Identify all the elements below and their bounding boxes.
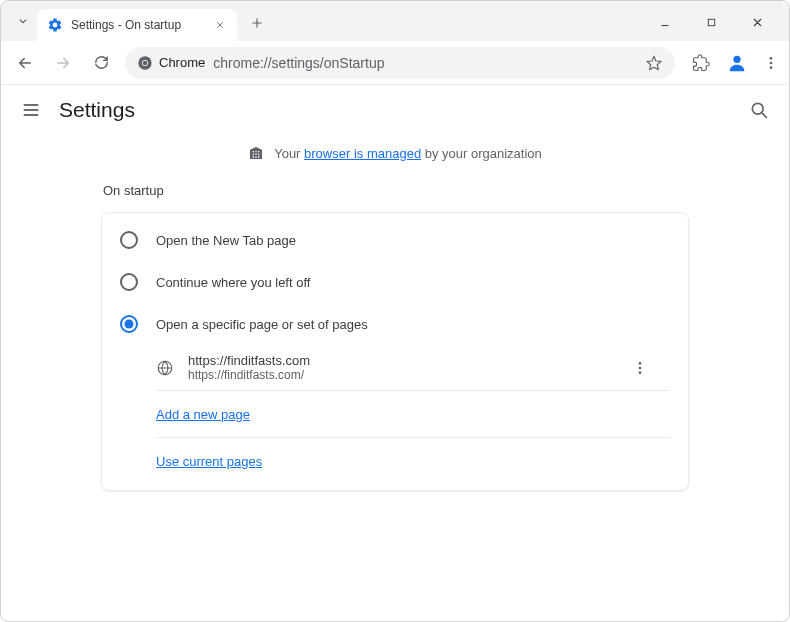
person-icon: [726, 52, 748, 74]
svg-point-6: [770, 61, 773, 64]
hamburger-icon: [21, 100, 41, 120]
use-current-row: Use current pages: [156, 438, 670, 484]
arrow-right-icon: [54, 54, 72, 72]
search-icon: [749, 100, 769, 120]
toolbar-actions: [685, 51, 779, 75]
settings-menu-button[interactable]: [21, 100, 41, 120]
tab-title: Settings - On startup: [71, 18, 205, 32]
page-url: https://finditfasts.com/: [188, 368, 614, 382]
browser-menu-button[interactable]: [763, 55, 779, 71]
more-vertical-icon: [763, 55, 779, 71]
close-icon: [751, 16, 764, 29]
page-name: https://finditfasts.com: [188, 353, 614, 368]
page-info: https://finditfasts.com https://finditfa…: [188, 353, 614, 382]
option-label: Open the New Tab page: [156, 233, 296, 248]
globe-icon: [156, 359, 174, 377]
settings-header: Settings: [1, 85, 789, 135]
svg-point-8: [752, 103, 763, 114]
svg-rect-0: [708, 19, 714, 25]
svg-point-7: [770, 66, 773, 69]
svg-point-11: [639, 366, 642, 369]
more-vertical-icon: [632, 360, 648, 376]
section-title: On startup: [101, 177, 689, 212]
svg-point-3: [143, 60, 148, 65]
svg-point-4: [733, 55, 740, 62]
page-title: Settings: [59, 98, 135, 122]
add-page-link[interactable]: Add a new page: [156, 407, 250, 422]
radio-button[interactable]: [120, 273, 138, 291]
option-specific-pages[interactable]: Open a specific page or set of pages: [102, 303, 688, 345]
window-titlebar: Settings - On startup: [1, 1, 789, 41]
svg-point-5: [770, 57, 773, 60]
option-new-tab[interactable]: Open the New Tab page: [102, 219, 688, 261]
browser-toolbar: Chrome chrome://settings/onStartup: [1, 41, 789, 85]
back-button[interactable]: [11, 49, 39, 77]
tab-strip: Settings - On startup: [9, 2, 271, 41]
managed-banner: Your browser is managed by your organiza…: [1, 135, 789, 177]
settings-content: On startup Open the New Tab page Continu…: [1, 177, 789, 491]
tab-search-button[interactable]: [9, 7, 37, 35]
chrome-icon: [137, 55, 153, 71]
option-label: Continue where you left off: [156, 275, 310, 290]
radio-button[interactable]: [120, 315, 138, 333]
minimize-button[interactable]: [651, 8, 679, 36]
managed-text: Your browser is managed by your organiza…: [274, 146, 542, 161]
profile-button[interactable]: [725, 51, 749, 75]
extensions-button[interactable]: [691, 53, 711, 73]
arrow-left-icon: [16, 54, 34, 72]
close-icon: [215, 20, 225, 30]
building-icon: [248, 145, 264, 161]
managed-link[interactable]: browser is managed: [304, 146, 421, 161]
close-window-button[interactable]: [743, 8, 771, 36]
star-icon: [645, 54, 663, 72]
page-more-button[interactable]: [628, 356, 652, 380]
new-tab-button[interactable]: [243, 9, 271, 37]
plus-icon: [250, 16, 264, 30]
svg-point-12: [639, 371, 642, 374]
reload-button[interactable]: [87, 49, 115, 77]
address-bar[interactable]: Chrome chrome://settings/onStartup: [125, 47, 675, 79]
startup-card: Open the New Tab page Continue where you…: [101, 212, 689, 491]
svg-point-10: [639, 362, 642, 365]
maximize-icon: [706, 17, 717, 28]
startup-pages-list: https://finditfasts.com https://finditfa…: [102, 345, 688, 484]
bookmark-button[interactable]: [645, 54, 663, 72]
option-continue[interactable]: Continue where you left off: [102, 261, 688, 303]
maximize-button[interactable]: [697, 8, 725, 36]
reload-icon: [93, 54, 110, 71]
startup-page-row: https://finditfasts.com https://finditfa…: [156, 345, 670, 391]
extensions-icon: [692, 54, 710, 72]
site-info[interactable]: Chrome: [137, 55, 205, 71]
radio-button[interactable]: [120, 231, 138, 249]
url-text: chrome://settings/onStartup: [213, 55, 637, 71]
chevron-down-icon: [16, 14, 30, 28]
use-current-link[interactable]: Use current pages: [156, 454, 262, 469]
browser-tab[interactable]: Settings - On startup: [37, 9, 237, 41]
site-label: Chrome: [159, 55, 205, 70]
minimize-icon: [659, 16, 671, 28]
forward-button[interactable]: [49, 49, 77, 77]
settings-gear-icon: [47, 17, 63, 33]
option-label: Open a specific page or set of pages: [156, 317, 368, 332]
settings-search-button[interactable]: [749, 100, 769, 120]
window-controls: [651, 8, 781, 36]
add-page-row: Add a new page: [156, 391, 670, 438]
tab-close-button[interactable]: [213, 18, 227, 32]
